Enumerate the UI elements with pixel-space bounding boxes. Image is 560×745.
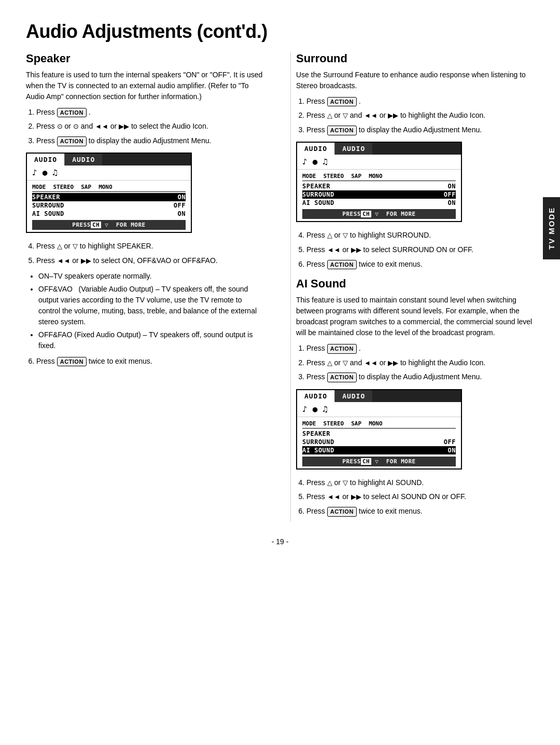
screen-menu-ai: MODE STEREO SAP MONO SPEAKER SURROUND OF… (297, 417, 461, 468)
screen-menu-speaker: MODE STEREO SAP MONO SPEAKER ON SURROUND… (27, 181, 191, 232)
action-btn-s6: ACTION (57, 357, 87, 366)
ai-steps-456: Press △ or ▽ to highlight AI SOUND. Pres… (306, 477, 534, 517)
screen-tab-inactive-speaker: AUDIO (65, 154, 102, 165)
surround-description: Use the Surround Feature to enhance audi… (296, 70, 534, 91)
ai-screen: AUDIO AUDIO ♪ ● ♫ MODE (296, 389, 462, 470)
screen-icon-dot-ai: ● (313, 405, 318, 413)
up-icon-sur4: △ (327, 230, 332, 241)
left-icon-sur2c: ◄◄ (364, 111, 377, 121)
down-icon-sur4: ▽ (343, 230, 348, 241)
step1-text: Press (36, 108, 57, 116)
up-icon-sur2a: △ (327, 111, 332, 121)
up-icon-ai2a: △ (327, 358, 332, 369)
action-btn-sur6: ACTION (327, 260, 357, 269)
screen-row-aisound-s: AI SOUND ON (32, 210, 186, 218)
screen-row-speaker-sur: SPEAKER ON (302, 182, 456, 190)
screen-tab-active-speaker: AUDIO (27, 154, 65, 165)
surround-step-2: Press △ or ▽ and ◄◄ or ▶▶ to highlight t… (306, 109, 534, 121)
surround-section: Surround Use the Surround Feature to enh… (296, 52, 534, 270)
screen-tab-active-ai: AUDIO (297, 390, 335, 402)
ai-sound-section: AI Sound This feature is used to maintai… (296, 277, 534, 517)
action-btn-ai6: ACTION (327, 507, 357, 516)
screen-press-speaker: PRESS CH ▽ FOR MORE (32, 220, 186, 230)
speaker-description: This feature is used to turn the interna… (26, 70, 264, 102)
tv-mode-tab: TV MODE (543, 197, 560, 259)
right-column: Surround Use the Surround Feature to enh… (290, 52, 534, 522)
screen-tab-inactive-ai: AUDIO (335, 390, 372, 402)
screen-header-speaker: MODE STEREO SAP MONO (32, 184, 186, 192)
ai-step-3: Press ACTION to display the Audio Adjust… (306, 371, 534, 382)
speaker-heading: Speaker (26, 52, 264, 65)
speaker-step-2: Press ⊙ or ⊙ and ◄◄ or ▶▶ to select the … (36, 120, 264, 132)
speaker-step-1: Press ACTION . (36, 106, 264, 118)
up-icon-s4: △ (57, 241, 62, 252)
action-btn-sur3: ACTION (327, 126, 357, 135)
ai-step-5: Press ◄◄ or ▶▶ to select AI SOUND ON or … (306, 491, 534, 503)
screen-icon-note: ♪ (32, 169, 37, 177)
screen-press-surround: PRESS CH ▽ FOR MORE (302, 209, 456, 219)
speaker-step-3: Press ACTION to display the audio Adjust… (36, 135, 264, 146)
ai-step-1: Press ACTION . (306, 342, 534, 354)
surround-step-1: Press ACTION . (306, 95, 534, 107)
left-icon-sur5: ◄◄ (327, 245, 341, 256)
screen-top-ai: AUDIO AUDIO (297, 390, 461, 402)
screen-icon-notes2: ♫ (52, 169, 58, 177)
page-title: Audio Adjustments (cont'd.) (26, 21, 534, 43)
right-icon-sur2d: ▶▶ (388, 111, 398, 121)
left-icon-ai5: ◄◄ (327, 492, 341, 503)
screen-header-surround: MODE STEREO SAP MONO (302, 173, 456, 181)
right-icon-ai2d: ▶▶ (388, 358, 398, 369)
screen-row-speaker-ai: SPEAKER (302, 430, 456, 438)
ai-sound-heading: AI Sound (296, 277, 534, 291)
screen-icons-ai: ♪ ● ♫ (297, 402, 461, 417)
screen-icon-notes2-ai: ♫ (323, 405, 328, 413)
down-icon-sur2b: ▽ (343, 111, 348, 121)
screen-tab-inactive-surround: AUDIO (335, 143, 372, 155)
speaker-section: Speaker This feature is used to turn the… (26, 52, 270, 522)
down-icon-s4: ▽ (73, 241, 78, 252)
screen-icon-dot: ● (43, 169, 48, 177)
left-icon-s5: ◄◄ (57, 256, 71, 267)
up-icon-ai4: △ (327, 478, 332, 489)
screen-icon-note-sur: ♪ (302, 158, 307, 166)
screen-row-aisound-ai: AI SOUND ON (302, 446, 456, 454)
speaker-step-6: Press ACTION twice to exit menus. (36, 355, 264, 367)
surround-step-6: Press ACTION twice to exit menus. (306, 258, 534, 270)
surround-step-3: Press ACTION to display the Audio Adjust… (306, 124, 534, 135)
right-icon-ai5: ▶▶ (351, 492, 361, 503)
screen-row-surround-sur: SURROUND OFF (302, 190, 456, 199)
right-icon-s2d: ▶▶ (119, 121, 129, 132)
speaker-step-5: Press ◄◄ or ▶▶ to select ON, OFF&VAO or … (36, 255, 264, 267)
bullet-offfao: OFF&FAO (Fixed Audio Output) – TV speake… (38, 329, 264, 351)
screen-icon-note-ai: ♪ (302, 405, 307, 413)
surround-step-4: Press △ or ▽ to highlight SURROUND. (306, 229, 534, 241)
screen-top-surround: AUDIO AUDIO (297, 143, 461, 155)
screen-row-surround-ai: SURROUND OFF (302, 438, 456, 446)
down-icon-ai2b: ▽ (343, 358, 348, 369)
ai-step-4: Press △ or ▽ to highlight AI SOUND. (306, 477, 534, 489)
action-btn-s3: ACTION (57, 136, 87, 146)
ai-sound-description: This feature is used to maintain constan… (296, 295, 534, 338)
screen-header-ai: MODE STEREO SAP MONO (302, 420, 456, 429)
down-icon-ai4: ▽ (343, 478, 348, 489)
right-icon-sur5: ▶▶ (351, 245, 361, 256)
screen-row-surround-s: SURROUND OFF (32, 201, 186, 210)
left-icon-s2c: ◄◄ (95, 121, 108, 132)
left-icon-ai2c: ◄◄ (364, 358, 377, 369)
speaker-screen: AUDIO AUDIO ♪ ● ♫ MODE STEREO SAP (26, 153, 192, 233)
surround-screen: AUDIO AUDIO ♪ ● ♫ MODE (296, 142, 462, 222)
ai-step-2: Press △ or ▽ and ◄◄ or ▶▶ to highlight t… (306, 357, 534, 369)
surround-step-5: Press ◄◄ or ▶▶ to select SURROUND ON or … (306, 244, 534, 256)
screen-icon-notes2-sur: ♫ (323, 158, 328, 166)
speaker-steps-456: Press △ or ▽ to highlight SPEAKER. Press… (36, 240, 264, 266)
screen-press-ai: PRESS CH ▽ FOR MORE (302, 457, 456, 466)
speaker-step-6-wrap: Press ACTION twice to exit menus. (36, 355, 264, 367)
ai-step-6: Press ACTION twice to exit menus. (306, 505, 534, 517)
up-down-icon-s2a: ⊙ (57, 121, 63, 132)
right-icon-s5: ▶▶ (81, 256, 91, 267)
action-btn-ai3: ACTION (327, 373, 357, 382)
screen-row-aisound-sur: AI SOUND ON (302, 199, 456, 207)
screen-icons-surround: ♪ ● ♫ (297, 155, 461, 170)
speaker-bullets: ON–TV speakers operate normally. OFF&VAO… (38, 271, 264, 351)
surround-steps-123: Press ACTION . Press △ or ▽ and ◄◄ or ▶▶… (306, 95, 534, 135)
